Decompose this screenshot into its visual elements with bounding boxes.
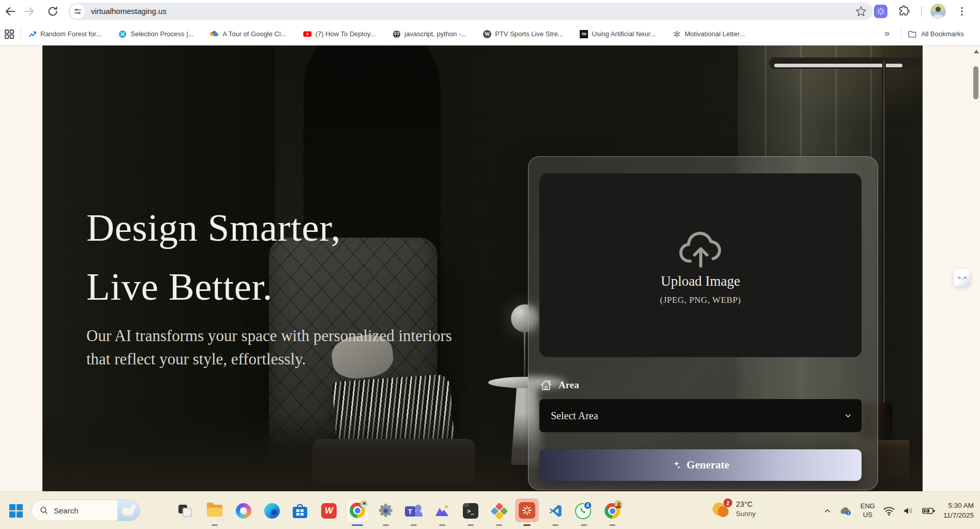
upload-dropzone[interactable]: Upload Image (JPEG, PNG, WEBP) bbox=[539, 173, 862, 357]
scrollbar-thumb[interactable] bbox=[973, 66, 978, 99]
running-indicator bbox=[411, 524, 417, 526]
taskbar-file-explorer[interactable] bbox=[204, 501, 225, 521]
taskbar-terminal[interactable]: >_ bbox=[460, 501, 481, 521]
tray-chevron-up-button[interactable] bbox=[823, 507, 832, 515]
taskbar-claude-active[interactable] bbox=[515, 498, 539, 522]
floor-lamp-arm bbox=[769, 57, 923, 69]
clock-time: 5:30 AM bbox=[943, 501, 974, 510]
bookmarks-divider bbox=[21, 28, 21, 40]
bookmark-label: Selection Process |... bbox=[131, 30, 194, 38]
pinned-extension-button[interactable] bbox=[874, 5, 887, 18]
taskbar-search-box[interactable]: Search bbox=[31, 499, 141, 521]
taskbar-settings[interactable] bbox=[375, 501, 396, 521]
teams-icon: T bbox=[405, 503, 423, 519]
bookmarks-overflow-button[interactable]: » bbox=[879, 26, 895, 41]
area-field-label-row: Area bbox=[539, 378, 579, 392]
star-icon bbox=[855, 6, 867, 17]
browser-window: virtualhomestaging.us Random Forest f bbox=[0, 0, 980, 529]
profile-avatar[interactable] bbox=[930, 4, 946, 19]
browser-menu-button[interactable] bbox=[956, 5, 968, 18]
claude-icon bbox=[519, 502, 535, 519]
apps-grid-button[interactable] bbox=[4, 29, 14, 39]
system-tray: ENG US 5:30 AM 11/7/2025 bbox=[823, 492, 974, 529]
bookmark-random-forest[interactable]: Random Forest for... bbox=[28, 30, 102, 38]
staging-form-card: Upload Image (JPEG, PNG, WEBP) Area Sele… bbox=[528, 156, 878, 490]
bookmark-selection-process[interactable]: Selection Process |... bbox=[118, 30, 194, 38]
hero-headline: Design Smarter, Live Better. bbox=[86, 198, 341, 316]
house-icon bbox=[539, 378, 553, 392]
address-bar[interactable]: virtualhomestaging.us bbox=[68, 3, 873, 20]
generate-button[interactable]: Generate bbox=[539, 449, 862, 481]
forward-arrow-icon bbox=[23, 5, 35, 18]
taskbar-chrome-active[interactable] bbox=[345, 498, 369, 522]
wordpress-icon: W bbox=[483, 30, 491, 38]
scrollbar-up-arrow[interactable] bbox=[974, 50, 979, 53]
upload-title: Upload Image bbox=[661, 273, 741, 289]
language-region: US bbox=[861, 511, 875, 519]
bookmark-javascript-python[interactable]: javascript, python -... bbox=[392, 30, 466, 38]
hero-lamp-stem bbox=[524, 331, 525, 379]
back-button[interactable] bbox=[4, 5, 17, 18]
tray-battery-button[interactable] bbox=[922, 506, 936, 516]
tray-volume-button[interactable] bbox=[903, 506, 914, 516]
apps-grid-icon bbox=[4, 29, 14, 39]
bookmark-star-button[interactable] bbox=[855, 6, 867, 17]
taskbar-weather-widget[interactable]: 2 23°C Sunny bbox=[713, 498, 756, 519]
url-text: virtualhomestaging.us bbox=[91, 3, 167, 20]
running-indicator bbox=[212, 524, 218, 526]
search-highlight-image bbox=[117, 499, 140, 521]
taskbar-edge[interactable] bbox=[262, 501, 282, 521]
taskbar-microsoft-store[interactable] bbox=[290, 501, 310, 521]
google-cloud-icon bbox=[210, 30, 219, 38]
diamonds-app-icon bbox=[491, 503, 507, 519]
bookmark-youtube[interactable]: (7) How To Deploy... bbox=[303, 30, 376, 38]
reload-button[interactable] bbox=[47, 5, 59, 18]
running-indicator bbox=[496, 524, 502, 526]
tray-onedrive-button[interactable] bbox=[839, 506, 853, 516]
tray-language-switcher[interactable]: ENG US bbox=[861, 502, 875, 519]
bookmark-motivational-letter[interactable]: Motivational Letter... bbox=[672, 30, 745, 38]
extensions-button[interactable] bbox=[898, 5, 911, 18]
bookmarks-divider bbox=[901, 28, 901, 40]
chrome-profile-badge bbox=[360, 500, 368, 508]
area-select[interactable]: Select Area bbox=[539, 399, 862, 432]
taskbar-whatsapp[interactable]: 4 bbox=[572, 501, 593, 521]
search-label: Search bbox=[54, 506, 117, 515]
side-panel-toggle-button[interactable]: >.< bbox=[953, 268, 971, 287]
bookmarks-strip: Random Forest for... Selection Process |… bbox=[28, 23, 761, 45]
taskbar-mountain-app[interactable] bbox=[432, 501, 453, 521]
bookmark-ptv-sports[interactable]: W PTV Sports Live Stre... bbox=[483, 30, 563, 38]
folder-icon bbox=[908, 30, 917, 39]
trend-chart-icon bbox=[28, 30, 37, 38]
taskbar-task-view[interactable] bbox=[175, 501, 195, 521]
taskbar-chrome-profile[interactable] bbox=[602, 501, 623, 521]
microsoft-store-icon bbox=[292, 504, 308, 518]
tray-clock[interactable]: 5:30 AM 11/7/2025 bbox=[943, 501, 974, 520]
notification-badge: 2 bbox=[723, 498, 732, 507]
generate-label: Generate bbox=[687, 459, 730, 472]
taskbar-wps-office[interactable]: W bbox=[319, 501, 339, 521]
taskbar-diamonds-app[interactable] bbox=[489, 501, 509, 521]
mountain-app-icon bbox=[434, 503, 450, 519]
upload-formats: (JPEG, PNG, WEBP) bbox=[660, 295, 741, 305]
speaker-icon bbox=[903, 506, 914, 516]
battery-charging-icon bbox=[922, 506, 936, 516]
tray-wifi-button[interactable] bbox=[883, 506, 895, 516]
reload-icon bbox=[47, 5, 59, 18]
bookmark-label: javascript, python -... bbox=[404, 30, 466, 38]
bookmark-label: Using Artificial Neur... bbox=[592, 30, 656, 38]
site-settings-button[interactable] bbox=[70, 4, 85, 19]
start-button[interactable] bbox=[9, 504, 23, 518]
forward-button[interactable] bbox=[23, 5, 35, 18]
area-select-value: Select Area bbox=[551, 410, 598, 422]
taskbar-copilot[interactable] bbox=[233, 501, 254, 521]
bookmark-google-cloud[interactable]: A Tour of Google Cl... bbox=[210, 30, 286, 38]
bookmark-artificial-neural[interactable]: IN Using Artificial Neur... bbox=[580, 30, 656, 38]
puzzle-icon bbox=[898, 5, 911, 18]
all-bookmarks-button[interactable]: All Bookmarks bbox=[908, 23, 964, 45]
person-icon bbox=[930, 4, 946, 19]
taskbar-vscode[interactable] bbox=[545, 501, 566, 521]
taskbar-teams[interactable]: T bbox=[403, 501, 424, 521]
running-indicator-active bbox=[352, 524, 363, 526]
chrome-account-badge bbox=[614, 501, 622, 508]
